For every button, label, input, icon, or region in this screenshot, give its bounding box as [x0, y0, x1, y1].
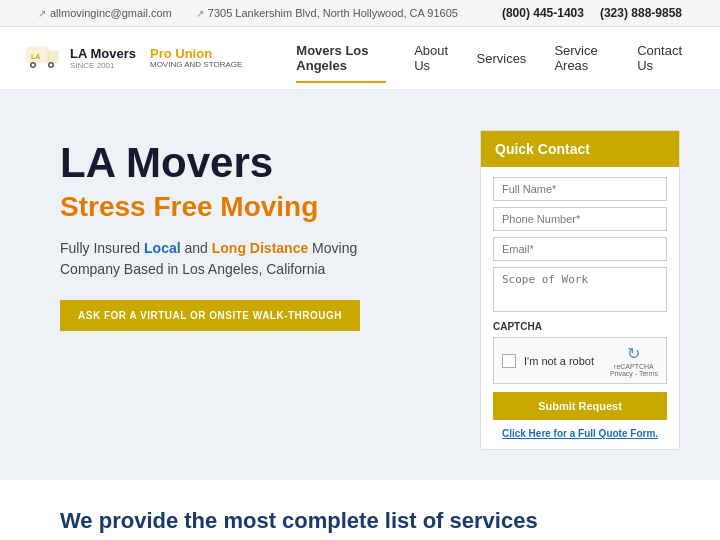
svg-text:LA: LA	[31, 53, 40, 60]
captcha-checkbox[interactable]	[502, 354, 516, 368]
captcha-box[interactable]: I'm not a robot ↻ reCAPTCHA Privacy - Te…	[493, 337, 667, 384]
email-bar[interactable]: ↗ allmovinginc@gmail.com	[38, 7, 172, 19]
phone-input[interactable]	[493, 207, 667, 231]
services-title: We provide the most complete list of ser…	[60, 508, 660, 534]
address-bar[interactable]: ↗ 7305 Lankershim Blvd, North Hollywood,…	[196, 7, 458, 19]
svg-rect-2	[48, 51, 58, 63]
svg-point-6	[50, 64, 53, 67]
nav-item-service-areas[interactable]: Service Areas	[540, 35, 623, 81]
main-nav: LA LA Movers SINCE 2001 Pro Union MOVING…	[0, 27, 720, 90]
nav-link-movers[interactable]: Movers Los Angeles	[282, 35, 400, 81]
phone1-text[interactable]: (800) 445-1403	[502, 6, 584, 20]
nav-item-services[interactable]: Services	[463, 43, 541, 74]
full-name-input[interactable]	[493, 177, 667, 201]
logo-pro-union: Pro Union	[150, 47, 242, 60]
nav-links: Movers Los Angeles About Us Services Ser…	[282, 35, 696, 81]
hero-subtitle: Stress Free Moving	[60, 190, 450, 224]
nav-link-contact[interactable]: Contact Us	[623, 35, 696, 81]
phone2-text[interactable]: (323) 888-9858	[600, 6, 682, 20]
quick-contact-form: Quick Contact CAPTCHA I'm not a robot ↻ …	[480, 130, 680, 450]
hero-section: LA Movers Stress Free Moving Fully Insur…	[0, 90, 720, 480]
captcha-label: CAPTCHA	[493, 321, 667, 332]
full-quote-link[interactable]: Click Here for a Full Quote Form.	[493, 428, 667, 439]
nav-link-about[interactable]: About Us	[400, 35, 462, 81]
logo-since: SINCE 2001	[70, 61, 136, 70]
hero-desc-before: Fully Insured	[60, 240, 144, 256]
scope-textarea[interactable]	[493, 267, 667, 312]
recaptcha-icon: ↻	[627, 344, 640, 363]
services-section: We provide the most complete list of ser…	[0, 480, 720, 540]
location-icon: ↗	[196, 8, 204, 19]
svg-point-4	[32, 64, 35, 67]
hero-content: LA Movers Stress Free Moving Fully Insur…	[60, 120, 450, 450]
recaptcha-privacy: Privacy - Terms	[610, 370, 658, 377]
logo-text-area: LA Movers SINCE 2001 Pro Union MOVING AN…	[70, 46, 242, 71]
logo-truck-icon: LA	[24, 39, 62, 77]
hero-cta-button[interactable]: ASK FOR A VIRTUAL OR ONSITE WALK-THROUGH	[60, 300, 360, 331]
nav-item-movers[interactable]: Movers Los Angeles	[282, 35, 400, 81]
recaptcha-branding: reCAPTCHA	[614, 363, 654, 370]
hero-long-distance-text: Long Distance	[212, 240, 308, 256]
quick-contact-body: CAPTCHA I'm not a robot ↻ reCAPTCHA Priv…	[481, 167, 679, 449]
recaptcha-logo: ↻ reCAPTCHA Privacy - Terms	[610, 344, 658, 377]
hero-local-text: Local	[144, 240, 181, 256]
logo[interactable]: LA LA Movers SINCE 2001 Pro Union MOVING…	[24, 39, 242, 77]
hero-title: LA Movers	[60, 140, 450, 186]
nav-link-service-areas[interactable]: Service Areas	[540, 35, 623, 81]
logo-moving: MOVING AND STORAGE	[150, 60, 242, 69]
address-text: 7305 Lankershim Blvd, North Hollywood, C…	[208, 7, 458, 19]
logo-la-movers: LA Movers	[70, 46, 136, 62]
phones-bar: (800) 445-1403 (323) 888-9858	[502, 6, 682, 20]
email-input[interactable]	[493, 237, 667, 261]
hero-desc: Fully Insured Local and Long Distance Mo…	[60, 238, 400, 280]
quick-contact-header: Quick Contact	[481, 131, 679, 167]
top-bar: ↗ allmovinginc@gmail.com ↗ 7305 Lankersh…	[0, 0, 720, 27]
nav-link-services[interactable]: Services	[463, 43, 541, 74]
hero-desc-middle: and	[181, 240, 212, 256]
nav-item-contact[interactable]: Contact Us	[623, 35, 696, 81]
email-icon: ↗	[38, 8, 46, 19]
email-text: allmovinginc@gmail.com	[50, 7, 172, 19]
submit-button[interactable]: Submit Request	[493, 392, 667, 420]
nav-item-about[interactable]: About Us	[400, 35, 462, 81]
captcha-text: I'm not a robot	[524, 355, 602, 367]
